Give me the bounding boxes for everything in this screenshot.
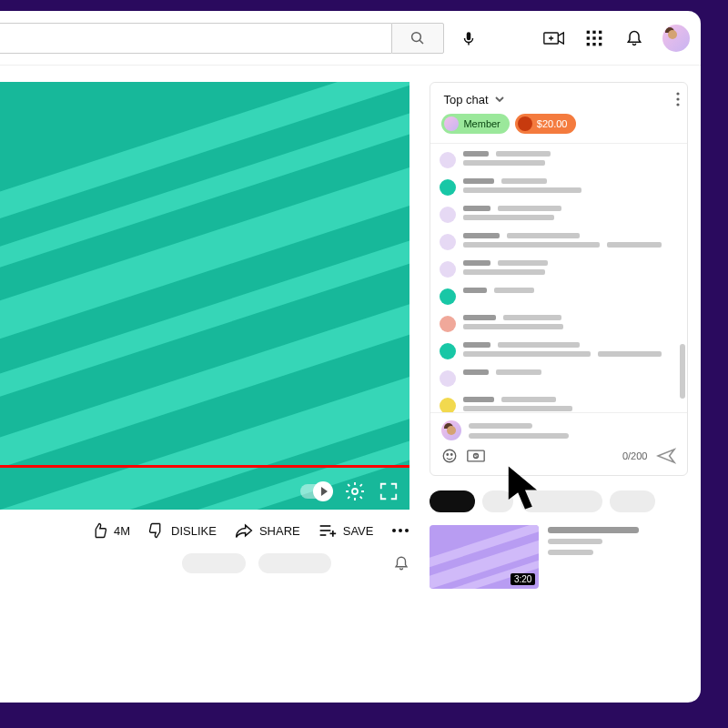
voice-search-button[interactable]	[451, 21, 486, 56]
chat-message	[440, 151, 682, 168]
dislike-label: DISLIKE	[171, 524, 217, 538]
video-player[interactable]	[0, 82, 410, 510]
superchat-badge[interactable]: $20.00	[515, 114, 577, 134]
member-avatar-icon	[444, 116, 459, 131]
chat-message	[440, 178, 682, 196]
more-actions-button[interactable]	[391, 528, 410, 533]
channel-row	[0, 548, 413, 573]
svg-rect-13	[587, 43, 590, 46]
chip-4[interactable]	[610, 490, 655, 512]
user-avatar[interactable]	[662, 25, 690, 52]
chat-mode-label[interactable]: Top chat	[443, 93, 488, 106]
svg-point-25	[677, 92, 680, 95]
svg-line-1	[420, 40, 423, 44]
chat-message	[440, 260, 682, 278]
chat-avatar	[440, 316, 456, 332]
share-button[interactable]: SHARE	[235, 522, 300, 539]
svg-rect-7	[587, 30, 590, 33]
svg-rect-10	[587, 36, 590, 39]
channel-pill-placeholder	[182, 553, 246, 573]
apps-button[interactable]	[582, 26, 606, 50]
more-vertical-icon[interactable]	[676, 92, 680, 106]
search-button[interactable]	[391, 23, 444, 54]
svg-rect-2	[467, 32, 471, 40]
fullscreen-icon[interactable]	[379, 481, 399, 501]
recommendations: 3:20	[430, 490, 688, 589]
settings-icon[interactable]	[344, 480, 366, 502]
recommended-thumbnail: 3:20	[430, 525, 539, 589]
chat-header: Top chat	[430, 83, 687, 114]
svg-point-22	[392, 529, 396, 532]
video-column: 4M DISLIKE SHARE	[0, 82, 413, 589]
compose-avatar	[441, 420, 461, 440]
svg-rect-15	[599, 43, 602, 46]
thumb-down-icon	[148, 522, 165, 539]
compose-input-placeholder[interactable]	[469, 433, 569, 439]
topbar	[0, 11, 701, 66]
dislike-button[interactable]: DISLIKE	[148, 522, 217, 539]
svg-point-27	[677, 103, 680, 106]
create-button[interactable]	[542, 26, 566, 50]
superchat-money-icon[interactable]: $	[467, 450, 485, 462]
superchat-avatar-icon	[518, 116, 532, 131]
search-input[interactable]	[0, 23, 391, 54]
svg-rect-11	[592, 36, 595, 39]
chat-messages-list[interactable]	[430, 143, 687, 412]
apps-grid-icon	[585, 29, 603, 47]
chat-message	[440, 233, 682, 250]
svg-point-29	[447, 454, 449, 456]
svg-rect-9	[599, 30, 602, 33]
playlist-add-icon	[318, 523, 337, 538]
scrollbar-thumb[interactable]	[680, 344, 685, 399]
send-icon[interactable]	[656, 448, 676, 464]
bell-icon	[625, 28, 643, 48]
topbar-actions	[542, 25, 690, 52]
svg-point-0	[412, 32, 421, 41]
subscribe-pill-placeholder[interactable]	[258, 553, 331, 573]
member-badge-label: Member	[463, 118, 500, 129]
chat-avatar	[440, 370, 456, 387]
chat-message	[440, 397, 682, 412]
more-horizontal-icon	[391, 528, 410, 533]
svg-rect-12	[599, 36, 602, 39]
chat-avatar	[440, 179, 456, 196]
superchat-amount: $20.00	[537, 118, 568, 129]
search-wrap	[0, 21, 486, 56]
chevron-down-icon[interactable]	[494, 94, 505, 105]
video-duration: 3:20	[511, 573, 535, 585]
share-icon	[235, 522, 253, 539]
chip-all[interactable]	[430, 490, 475, 512]
member-badge[interactable]: Member	[441, 114, 509, 134]
chat-avatar	[440, 152, 456, 168]
video-progress-bar[interactable]	[0, 465, 410, 468]
svg-point-28	[444, 450, 457, 462]
like-button[interactable]: 4M	[91, 522, 130, 539]
recommended-meta	[548, 525, 639, 589]
player-controls	[300, 480, 399, 502]
thumb-up-icon	[91, 522, 107, 539]
emoji-icon[interactable]	[441, 448, 458, 464]
svg-point-30	[451, 454, 453, 456]
chat-avatar	[440, 398, 456, 412]
recommended-video[interactable]: 3:20	[430, 525, 688, 589]
cursor-icon	[505, 464, 545, 511]
autoplay-toggle[interactable]	[300, 484, 331, 499]
play-icon	[321, 487, 328, 496]
share-label: SHARE	[259, 524, 300, 538]
svg-rect-8	[592, 30, 595, 33]
svg-rect-14	[592, 43, 595, 46]
chat-compose: $ 0/200	[430, 412, 687, 475]
bell-icon[interactable]	[393, 554, 410, 572]
chat-message	[440, 288, 682, 305]
chat-ticker: Member $20.00	[430, 114, 687, 143]
notifications-button[interactable]	[622, 26, 646, 50]
video-actions: 4M DISLIKE SHARE	[0, 510, 413, 548]
search-icon	[410, 30, 426, 46]
chat-message	[440, 206, 682, 223]
svg-point-24	[405, 529, 409, 532]
live-chat-panel: Top chat Member $2	[430, 82, 688, 476]
compose-username-placeholder	[469, 423, 532, 429]
chat-avatar	[440, 288, 456, 305]
svg-point-26	[677, 97, 680, 100]
save-button[interactable]: SAVE	[318, 523, 374, 538]
